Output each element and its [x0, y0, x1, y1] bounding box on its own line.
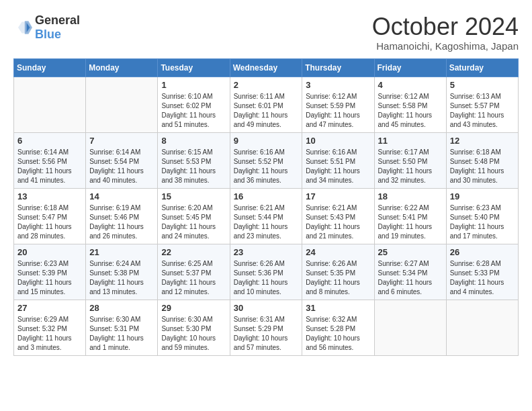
- calendar-cell: 10Sunrise: 6:16 AMSunset: 5:51 PMDayligh…: [302, 132, 374, 188]
- day-number: 22: [161, 247, 226, 257]
- calendar-cell: 8Sunrise: 6:15 AMSunset: 5:53 PMDaylight…: [158, 132, 230, 188]
- day-number: 25: [378, 247, 443, 257]
- calendar-week-3: 13Sunrise: 6:18 AMSunset: 5:47 PMDayligh…: [14, 188, 519, 244]
- day-number: 24: [306, 247, 370, 257]
- calendar-cell: 15Sunrise: 6:20 AMSunset: 5:45 PMDayligh…: [158, 188, 230, 244]
- day-info: Sunrise: 6:28 AMSunset: 5:33 PMDaylight:…: [450, 259, 515, 297]
- day-number: 30: [234, 303, 299, 313]
- day-info: Sunrise: 6:10 AMSunset: 6:02 PMDaylight:…: [161, 92, 226, 130]
- weekday-header-tuesday: Tuesday: [158, 58, 230, 77]
- calendar-header: SundayMondayTuesdayWednesdayThursdayFrid…: [14, 58, 519, 77]
- calendar-cell: 2Sunrise: 6:11 AMSunset: 6:01 PMDaylight…: [230, 77, 302, 132]
- day-number: 14: [89, 191, 154, 201]
- calendar-cell: [446, 300, 518, 355]
- location-title: Hamanoichi, Kagoshima, Japan: [372, 40, 519, 52]
- calendar-cell: 26Sunrise: 6:28 AMSunset: 5:33 PMDayligh…: [446, 244, 518, 300]
- logo-icon: [13, 18, 32, 37]
- day-info: Sunrise: 6:30 AMSunset: 5:30 PMDaylight:…: [161, 315, 226, 353]
- day-number: 3: [306, 80, 370, 90]
- day-number: 19: [450, 191, 515, 201]
- weekday-header-monday: Monday: [86, 58, 158, 77]
- day-number: 2: [234, 80, 299, 90]
- day-number: 5: [450, 80, 515, 90]
- calendar-cell: 4Sunrise: 6:12 AMSunset: 5:58 PMDaylight…: [374, 77, 446, 132]
- day-number: 13: [17, 191, 82, 201]
- day-number: 21: [89, 247, 154, 257]
- calendar-body: 1Sunrise: 6:10 AMSunset: 6:02 PMDaylight…: [14, 77, 519, 355]
- weekday-header-wednesday: Wednesday: [230, 58, 302, 77]
- day-info: Sunrise: 6:26 AMSunset: 5:36 PMDaylight:…: [234, 259, 299, 297]
- day-info: Sunrise: 6:19 AMSunset: 5:46 PMDaylight:…: [89, 203, 154, 241]
- calendar-week-5: 27Sunrise: 6:29 AMSunset: 5:32 PMDayligh…: [14, 300, 519, 355]
- day-info: Sunrise: 6:16 AMSunset: 5:52 PMDaylight:…: [234, 148, 299, 185]
- day-number: 4: [378, 80, 443, 90]
- calendar-cell: 24Sunrise: 6:26 AMSunset: 5:35 PMDayligh…: [302, 244, 374, 300]
- day-info: Sunrise: 6:12 AMSunset: 5:59 PMDaylight:…: [306, 92, 370, 130]
- month-title: October 2024: [372, 13, 519, 40]
- calendar-cell: 27Sunrise: 6:29 AMSunset: 5:32 PMDayligh…: [14, 300, 86, 355]
- day-number: 23: [234, 247, 299, 257]
- calendar-cell: 19Sunrise: 6:23 AMSunset: 5:40 PMDayligh…: [446, 188, 518, 244]
- calendar-cell: 12Sunrise: 6:18 AMSunset: 5:48 PMDayligh…: [446, 132, 518, 188]
- calendar-cell: 25Sunrise: 6:27 AMSunset: 5:34 PMDayligh…: [374, 244, 446, 300]
- day-number: 9: [234, 136, 299, 146]
- day-info: Sunrise: 6:14 AMSunset: 5:56 PMDaylight:…: [17, 148, 82, 185]
- day-number: 28: [89, 303, 154, 313]
- day-number: 8: [161, 136, 226, 146]
- day-info: Sunrise: 6:12 AMSunset: 5:58 PMDaylight:…: [378, 92, 443, 130]
- calendar-week-4: 20Sunrise: 6:23 AMSunset: 5:39 PMDayligh…: [14, 244, 519, 300]
- calendar-cell: 3Sunrise: 6:12 AMSunset: 5:59 PMDaylight…: [302, 77, 374, 132]
- page-header: General Blue October 2024 Hamanoichi, Ka…: [13, 13, 519, 52]
- weekday-header-saturday: Saturday: [446, 58, 518, 77]
- day-info: Sunrise: 6:17 AMSunset: 5:50 PMDaylight:…: [378, 148, 443, 185]
- day-info: Sunrise: 6:22 AMSunset: 5:41 PMDaylight:…: [378, 203, 443, 241]
- day-number: 31: [306, 303, 370, 313]
- calendar-cell: [86, 77, 158, 132]
- calendar-cell: 7Sunrise: 6:14 AMSunset: 5:54 PMDaylight…: [86, 132, 158, 188]
- day-info: Sunrise: 6:20 AMSunset: 5:45 PMDaylight:…: [161, 203, 226, 241]
- calendar-cell: 22Sunrise: 6:25 AMSunset: 5:37 PMDayligh…: [158, 244, 230, 300]
- day-info: Sunrise: 6:18 AMSunset: 5:47 PMDaylight:…: [17, 203, 82, 241]
- calendar-cell: [374, 300, 446, 355]
- day-number: 20: [17, 247, 82, 257]
- weekday-header-friday: Friday: [374, 58, 446, 77]
- calendar-cell: 21Sunrise: 6:24 AMSunset: 5:38 PMDayligh…: [86, 244, 158, 300]
- day-number: 15: [161, 191, 226, 201]
- calendar-cell: 1Sunrise: 6:10 AMSunset: 6:02 PMDaylight…: [158, 77, 230, 132]
- day-number: 1: [161, 80, 226, 90]
- calendar-cell: 31Sunrise: 6:32 AMSunset: 5:28 PMDayligh…: [302, 300, 374, 355]
- svg-marker-3: [25, 21, 32, 34]
- day-info: Sunrise: 6:26 AMSunset: 5:35 PMDaylight:…: [306, 259, 370, 297]
- day-info: Sunrise: 6:13 AMSunset: 5:57 PMDaylight:…: [450, 92, 515, 130]
- calendar-cell: 30Sunrise: 6:31 AMSunset: 5:29 PMDayligh…: [230, 300, 302, 355]
- day-info: Sunrise: 6:23 AMSunset: 5:40 PMDaylight:…: [450, 203, 515, 241]
- day-number: 6: [17, 136, 82, 146]
- calendar-cell: 16Sunrise: 6:21 AMSunset: 5:44 PMDayligh…: [230, 188, 302, 244]
- calendar-week-2: 6Sunrise: 6:14 AMSunset: 5:56 PMDaylight…: [14, 132, 519, 188]
- day-number: 18: [378, 191, 443, 201]
- weekday-header-thursday: Thursday: [302, 58, 374, 77]
- day-number: 11: [378, 136, 443, 146]
- day-number: 10: [306, 136, 370, 146]
- day-info: Sunrise: 6:31 AMSunset: 5:29 PMDaylight:…: [234, 315, 299, 353]
- title-block: October 2024 Hamanoichi, Kagoshima, Japa…: [372, 13, 519, 52]
- day-info: Sunrise: 6:29 AMSunset: 5:32 PMDaylight:…: [17, 315, 82, 353]
- day-number: 29: [161, 303, 226, 313]
- day-number: 12: [450, 136, 515, 146]
- day-info: Sunrise: 6:27 AMSunset: 5:34 PMDaylight:…: [378, 259, 443, 297]
- day-info: Sunrise: 6:30 AMSunset: 5:31 PMDaylight:…: [89, 315, 154, 353]
- calendar-cell: 11Sunrise: 6:17 AMSunset: 5:50 PMDayligh…: [374, 132, 446, 188]
- day-info: Sunrise: 6:24 AMSunset: 5:38 PMDaylight:…: [89, 259, 154, 297]
- day-info: Sunrise: 6:25 AMSunset: 5:37 PMDaylight:…: [161, 259, 226, 297]
- calendar-cell: 5Sunrise: 6:13 AMSunset: 5:57 PMDaylight…: [446, 77, 518, 132]
- calendar-cell: 29Sunrise: 6:30 AMSunset: 5:30 PMDayligh…: [158, 300, 230, 355]
- day-number: 17: [306, 191, 370, 201]
- day-info: Sunrise: 6:14 AMSunset: 5:54 PMDaylight:…: [89, 148, 154, 185]
- calendar-cell: 6Sunrise: 6:14 AMSunset: 5:56 PMDaylight…: [14, 132, 86, 188]
- day-info: Sunrise: 6:18 AMSunset: 5:48 PMDaylight:…: [450, 148, 515, 185]
- day-number: 16: [234, 191, 299, 201]
- day-number: 7: [89, 136, 154, 146]
- weekday-header-sunday: Sunday: [14, 58, 86, 77]
- calendar-cell: 23Sunrise: 6:26 AMSunset: 5:36 PMDayligh…: [230, 244, 302, 300]
- day-info: Sunrise: 6:16 AMSunset: 5:51 PMDaylight:…: [306, 148, 370, 185]
